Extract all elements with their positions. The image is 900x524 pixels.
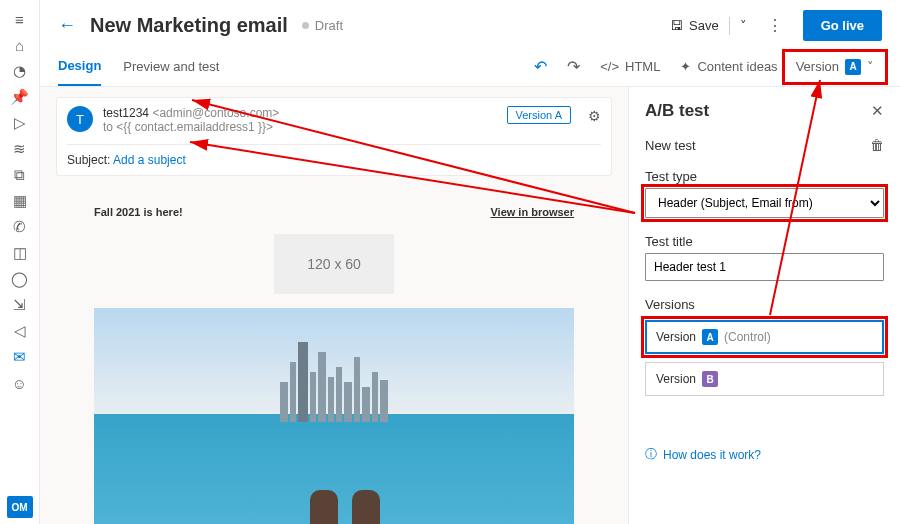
code-icon: </> <box>600 59 619 74</box>
logo-placeholder[interactable]: 120 x 60 <box>274 234 394 294</box>
mail-icon[interactable]: ✉ <box>4 344 36 370</box>
version-a-chip[interactable]: Version A <box>507 106 571 124</box>
page-header: ← New Marketing email Draft 🖫 Save ˅ ⋮ G… <box>40 0 900 47</box>
sparkle-icon: ✦ <box>680 59 691 74</box>
email-header-card: T test1234 <admin@contoso.com> to <{{ co… <box>56 97 612 176</box>
undo-icon[interactable]: ↶ <box>524 57 557 76</box>
chevron-down-icon: ˅ <box>867 59 874 74</box>
view-in-browser-link[interactable]: View in browser <box>490 206 574 218</box>
save-icon: 🖫 <box>670 18 683 33</box>
content-area: T test1234 <admin@contoso.com> to <{{ co… <box>40 87 900 524</box>
recent-icon[interactable]: ◔ <box>4 58 36 84</box>
panel-title: A/B test ✕ <box>645 101 884 121</box>
html-button[interactable]: </> HTML <box>590 59 670 74</box>
bookmark-icon[interactable]: ◫ <box>4 240 36 266</box>
version-badge-a: A <box>845 59 861 75</box>
gear-icon[interactable]: ⚙ <box>588 108 601 124</box>
how-does-it-work-link[interactable]: ⓘ How does it work? <box>645 446 884 463</box>
version-badge-b: B <box>702 371 718 387</box>
chevron-down-icon[interactable]: ˅ <box>740 18 747 33</box>
back-icon[interactable]: ← <box>58 15 76 36</box>
sender-name: test1234 <box>103 106 149 120</box>
versions-label: Versions <box>645 297 884 312</box>
from-block: test1234 <admin@contoso.com> to <{{ cont… <box>103 106 279 134</box>
new-test-label: New test <box>645 138 696 153</box>
ab-test-panel: A/B test ✕ New test 🗑 Test type Header (… <box>628 87 900 524</box>
flow-icon[interactable]: ≋ <box>4 136 36 162</box>
version-label: Version <box>796 59 839 74</box>
test-type-select[interactable]: Header (Subject, Email from) <box>645 188 884 218</box>
go-live-button[interactable]: Go live <box>803 10 882 41</box>
hero-image[interactable] <box>94 308 574 524</box>
person-icon[interactable]: ◯ <box>4 266 36 292</box>
sender-address: <admin@contoso.com> <box>152 106 279 120</box>
more-icon[interactable]: ⋮ <box>761 16 789 35</box>
email-headline: Fall 2021 is here! <box>94 206 183 218</box>
emoji-icon[interactable]: ☺ <box>4 370 36 396</box>
copy-icon[interactable]: ⧉ <box>4 162 36 188</box>
version-badge-a: A <box>702 329 718 345</box>
subject-input-link[interactable]: Add a subject <box>113 153 186 167</box>
tab-preview[interactable]: Preview and test <box>123 48 219 85</box>
sender-avatar: T <box>67 106 93 132</box>
help-icon: ⓘ <box>645 446 657 463</box>
main-area: ← New Marketing email Draft 🖫 Save ˅ ⋮ G… <box>40 0 900 524</box>
close-icon[interactable]: ✕ <box>871 102 884 120</box>
left-navigation-rail: ≡ ⌂ ◔ 📌 ▷ ≋ ⧉ ▦ ✆ ◫ ◯ ⇲ ◁ ✉ ☺ OM <box>0 0 40 524</box>
email-canvas: T test1234 <admin@contoso.com> to <{{ co… <box>40 87 628 524</box>
play-icon[interactable]: ▷ <box>4 110 36 136</box>
editor-toolbar: Design Preview and test ↶ ↷ </> HTML ✦ C… <box>40 47 900 87</box>
version-selector[interactable]: Version A ˅ <box>788 55 882 79</box>
hamburger-icon[interactable]: ≡ <box>4 6 36 32</box>
content-ideas-button[interactable]: ✦ Content ideas <box>670 59 787 74</box>
pin-icon[interactable]: 📌 <box>4 84 36 110</box>
email-body: Fall 2021 is here! View in browser 120 x… <box>56 206 612 524</box>
content-ideas-label: Content ideas <box>697 59 777 74</box>
calendar-icon[interactable]: ▦ <box>4 188 36 214</box>
home-icon[interactable]: ⌂ <box>4 32 36 58</box>
save-button[interactable]: 🖫 Save ˅ <box>670 17 747 35</box>
megaphone-icon[interactable]: ◁ <box>4 318 36 344</box>
phone-icon[interactable]: ✆ <box>4 214 36 240</box>
share-icon[interactable]: ⇲ <box>4 292 36 318</box>
redo-icon[interactable]: ↷ <box>557 57 590 76</box>
version-a-text: Version <box>656 330 696 344</box>
tab-design[interactable]: Design <box>58 47 101 86</box>
version-b-item[interactable]: Version B <box>645 362 884 396</box>
test-title-label: Test title <box>645 234 884 249</box>
test-title-input[interactable] <box>645 253 884 281</box>
version-b-text: Version <box>656 372 696 386</box>
test-type-label: Test type <box>645 169 884 184</box>
org-badge[interactable]: OM <box>7 496 33 518</box>
status-badge: Draft <box>302 18 343 33</box>
version-a-note: (Control) <box>724 330 771 344</box>
to-line: to <{{ contact.emailaddress1 }}> <box>103 120 273 134</box>
page-title: New Marketing email <box>90 14 288 37</box>
save-label: Save <box>689 18 719 33</box>
subject-row: Subject: Add a subject <box>67 144 601 167</box>
trash-icon[interactable]: 🗑 <box>870 137 884 153</box>
version-a-item[interactable]: Version A (Control) <box>645 320 884 354</box>
html-label: HTML <box>625 59 660 74</box>
subject-label: Subject: <box>67 153 110 167</box>
